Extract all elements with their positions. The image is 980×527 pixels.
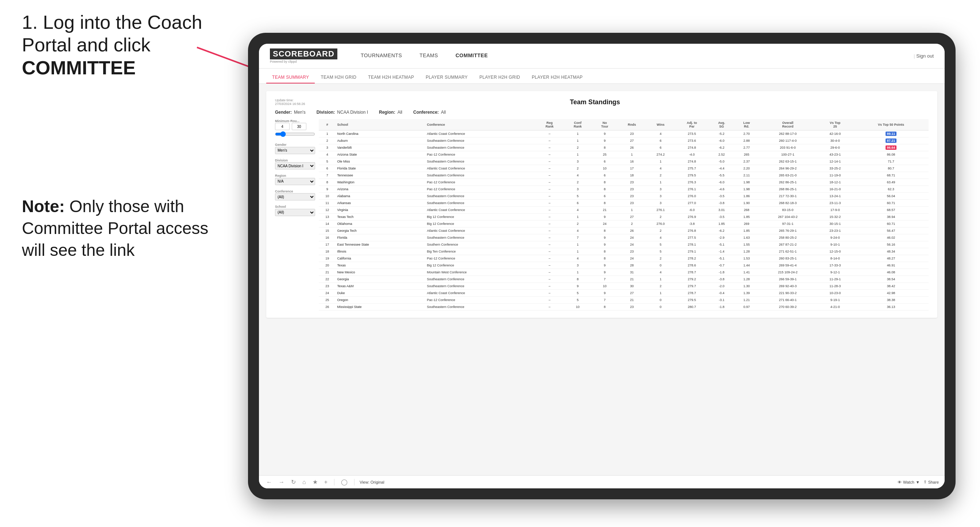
sidebar-region-label: Region: [275, 174, 315, 178]
cell-adj-par: 274.8: [675, 144, 709, 151]
cell-wins: 6: [646, 137, 675, 144]
sub-nav-team-h2h-grid[interactable]: TEAM H2H GRID: [315, 75, 362, 83]
cell-rnds: 21: [617, 276, 646, 283]
cell-conference: Southeastern Conference: [426, 283, 535, 290]
cell-avg-sg: -4.4: [709, 165, 734, 172]
cell-overall: 271 66-40-1: [759, 297, 817, 303]
table-row: 1 North Carolina Atlantic Coast Conferen…: [319, 130, 929, 137]
sign-out-button[interactable]: Sign out: [914, 53, 934, 59]
table-header-row: # School Conference RegRank ConfRank NoT…: [319, 119, 929, 130]
cell-vs-top25: 17-33-3: [817, 262, 853, 269]
cell-avg-sg: 1.85: [709, 221, 734, 227]
toolbar-add-btn[interactable]: +: [323, 479, 329, 486]
cell-vs-top50: 38.38: [853, 297, 929, 303]
cell-no-tour: 9: [592, 290, 617, 297]
table-row: 11 Arkansas Southeastern Conference – 6 …: [319, 200, 929, 206]
cell-school: Arizona State: [336, 151, 425, 158]
cell-no-tour: 8: [592, 227, 617, 234]
cell-low-rd: 2.70: [735, 130, 759, 137]
col-avg-sg: Avg.SG: [709, 119, 734, 130]
table-row: 9 Arizona Pac-12 Conference – 3 8 23 3 2…: [319, 186, 929, 193]
nav-tournaments[interactable]: TOURNAMENTS: [352, 44, 410, 68]
cell-vs-top50: 46.91: [853, 262, 929, 269]
toolbar-refresh-btn[interactable]: ↻: [290, 479, 297, 486]
nav-teams[interactable]: TEAMS: [410, 44, 447, 68]
conference-select[interactable]: (All) ACC SEC Big 12: [275, 193, 315, 200]
cell-conf-rank: 1: [563, 137, 592, 144]
cell-overall: 269 92-40-3: [759, 283, 817, 290]
sub-nav-player-h2h-heatmap[interactable]: PLAYER H2H HEATMAP: [526, 75, 589, 83]
cell-conference: Southeastern Conference: [426, 234, 535, 241]
min-rounds-max-input[interactable]: [292, 123, 306, 130]
toolbar-back-btn[interactable]: ←: [265, 479, 274, 486]
school-select[interactable]: (All): [275, 209, 315, 216]
filter-division-label: Division:: [317, 110, 335, 115]
toolbar-forward-btn[interactable]: →: [277, 479, 286, 486]
table-row: 21 New Mexico Mountain West Conference –…: [319, 269, 929, 276]
school-name: North Carolina: [337, 132, 358, 136]
cell-rnds: 27: [617, 290, 646, 297]
cell-school: Arkansas: [336, 200, 425, 206]
cell-low-rd: 2.77: [735, 144, 759, 151]
cell-low-rd: 268: [735, 206, 759, 214]
toolbar-share-btn[interactable]: ⇪ Share: [923, 479, 939, 484]
cell-conf-rank: 3: [563, 186, 592, 193]
cell-adj-par: 279.5: [675, 297, 709, 303]
gender-select[interactable]: Men's Women's: [275, 147, 315, 154]
region-select[interactable]: N/A All: [275, 178, 315, 185]
filter-gender: Gender: Men's: [275, 110, 305, 115]
cell-rnds: 27: [617, 137, 646, 144]
score-badge: 89.11: [886, 132, 897, 136]
toolbar-watch-btn[interactable]: 👁 Watch ▼: [897, 480, 920, 484]
cell-overall: 258 80-25-2: [759, 234, 817, 241]
toolbar-home-btn[interactable]: ⌂: [301, 479, 307, 486]
school-name: Texas A&M: [337, 284, 353, 288]
cell-vs-top25: 8-14-0: [817, 255, 853, 262]
toolbar-view-original-btn[interactable]: View: Original: [360, 480, 384, 484]
school-name: Duke: [337, 291, 345, 295]
rounds-slider[interactable]: [275, 131, 315, 137]
cell-low-rd: 1.86: [735, 193, 759, 200]
cell-avg-sg: -6.0: [709, 179, 734, 186]
cell-low-rd: 1.30: [735, 283, 759, 290]
cell-rnds: 23: [617, 200, 646, 206]
content-panel: # School Conference RegRank ConfRank NoT…: [319, 119, 929, 311]
toolbar-bookmark-btn[interactable]: ★: [311, 479, 319, 486]
cell-reg-rank: –: [535, 151, 563, 158]
cell-rnds: 31: [617, 269, 646, 276]
cell-rnds: 26: [617, 144, 646, 151]
cell-school: Illinois: [336, 248, 425, 255]
score-badge: 87.21: [886, 138, 897, 143]
sub-nav-player-summary[interactable]: PLAYER SUMMARY: [420, 75, 473, 83]
cell-avg-sg: -1.8: [709, 269, 734, 276]
cell-rnds: 23: [617, 179, 646, 186]
instruction-area: 1. Log into the Coach Portal and click C…: [22, 11, 234, 261]
cell-rank: 15: [319, 227, 336, 234]
cell-rank: 5: [319, 158, 336, 165]
table-body: 1 North Carolina Atlantic Coast Conferen…: [319, 130, 929, 311]
watch-icon: 👁: [897, 480, 902, 484]
cell-avg-sg: -3.8: [709, 276, 734, 283]
cell-reg-rank: –: [535, 206, 563, 214]
sub-nav-team-summary[interactable]: TEAM SUMMARY: [266, 75, 315, 83]
school-name: Oklahoma: [337, 222, 352, 225]
toolbar-clock-btn[interactable]: ◯: [340, 479, 349, 486]
cell-vs-top25: 29-6-0: [817, 144, 853, 151]
sub-nav-player-h2h-grid[interactable]: PLAYER H2H GRID: [473, 75, 526, 83]
cell-conference: Pac-12 Conference: [426, 151, 535, 158]
cell-overall: 265 63-21-0: [759, 172, 817, 179]
table-row: 4 Arizona State Pac-12 Conference – 1 25…: [319, 151, 929, 158]
cell-reg-rank: –: [535, 248, 563, 255]
col-low-rd: LowRd.: [735, 119, 759, 130]
col-no-tour: NoTour: [592, 119, 617, 130]
cell-no-tour: 21: [592, 206, 617, 214]
sub-nav-team-h2h-heatmap[interactable]: TEAM H2H HEATMAP: [362, 75, 420, 83]
school-name: Vanderbilt: [337, 146, 352, 149]
cell-adj-par: 278.1: [675, 241, 709, 248]
min-rounds-min-input[interactable]: [275, 123, 290, 130]
division-select[interactable]: NCAA Division I NCAA Division II NCAA Di…: [275, 162, 315, 170]
cell-rnds: 21: [617, 297, 646, 303]
nav-committee[interactable]: COMMITTEE: [447, 44, 497, 68]
cell-conference: Atlantic Coast Conference: [426, 206, 535, 214]
cell-wins: 1: [646, 290, 675, 297]
